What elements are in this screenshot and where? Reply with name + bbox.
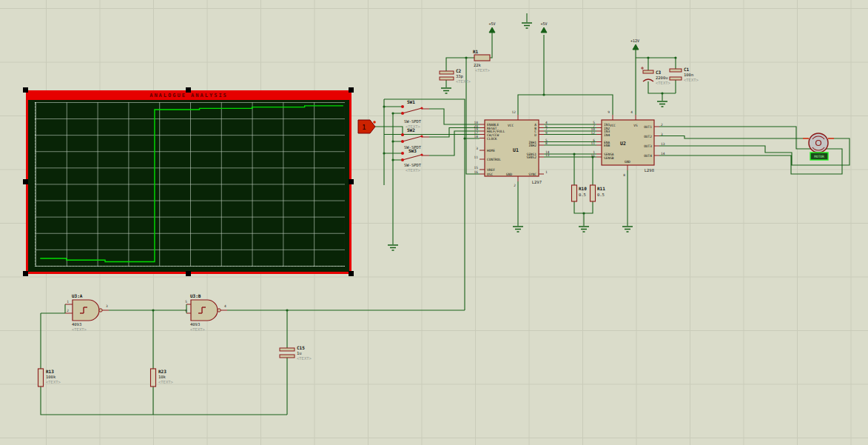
u1-num-11: 11 (474, 155, 479, 159)
u1-num-18: 18 (474, 135, 479, 138)
power-5v-a[interactable]: +5V (488, 21, 495, 33)
analysis-trace (40, 106, 343, 262)
u2-num-4: 4 (630, 110, 633, 114)
u1-num-2: 2 (514, 184, 516, 187)
c3-value: 2200u (656, 76, 668, 80)
u3b-num-5: 5 (185, 300, 187, 304)
ground-icon (622, 227, 633, 232)
ground-icon (513, 227, 523, 232)
u1-pin-osc: OSC (487, 173, 493, 176)
wire-switch-net[interactable] (373, 99, 480, 310)
component-u3a[interactable]: U3:A 4093 <TEXT> 1 2 3 (65, 293, 109, 332)
component-sw1[interactable]: SW1 SW-SPDT <TEXT> (401, 99, 429, 129)
sw3-ref: SW3 (408, 148, 417, 153)
c3-ref: C3 (656, 70, 662, 75)
sw3-text: <TEXT> (406, 168, 421, 173)
terminal-1[interactable]: 1 (358, 120, 376, 133)
power-arrows[interactable]: +5V +5V +12V (488, 21, 639, 50)
schematic-canvas[interactable]: +5V +5V +12V 1 R1 22k <TEXT> (0, 0, 868, 445)
r23-value: 10k (158, 375, 166, 379)
u2-pin-vs: VS (633, 124, 638, 127)
c3-text: <TEXT> (656, 81, 671, 85)
component-motor[interactable]: MOTOR (803, 133, 834, 160)
wire-oscillator-net[interactable] (41, 304, 465, 415)
u1-pin-gnd: GND (506, 173, 512, 176)
c2-value: 33p (456, 74, 463, 79)
u1-num-16: 16 (474, 170, 479, 174)
u2-num-9: 9 (608, 110, 610, 114)
trace-svg (36, 102, 345, 266)
u1-pin-clock: CLOCK (487, 137, 497, 141)
u2-pin-out1: OUT1 (644, 125, 652, 129)
wire-vcc-rail[interactable] (518, 35, 613, 115)
power-12v[interactable]: +12V (630, 39, 639, 50)
component-r10[interactable]: R10 0.5 (572, 185, 588, 201)
u2-num-15: 15 (591, 154, 596, 158)
selection-handle-s[interactable] (186, 271, 191, 276)
component-u3b[interactable]: U3:B 4093 <TEXT> 5 6 4 (185, 293, 227, 332)
ground-icon (441, 88, 451, 93)
u1-num-12: 12 (512, 110, 517, 114)
c2-ref: C2 (456, 68, 462, 73)
c15-ref: C15 (297, 345, 305, 350)
component-sw3[interactable]: SW3 SW-SPDT <TEXT> (401, 148, 429, 173)
u1-pin-sens2: SENS2 (526, 155, 536, 159)
selection-handle-nw[interactable] (23, 87, 28, 93)
component-c3[interactable]: C3 2200u <TEXT> (641, 67, 671, 85)
u1-num-8: 8 (545, 141, 548, 145)
u2-num-13: 13 (661, 142, 665, 146)
r11-ref: R11 (597, 186, 605, 191)
component-r11[interactable]: R11 0.5 (591, 185, 606, 201)
u1-num-9: 9 (545, 131, 548, 135)
u1-pin-vcc: VCC (508, 124, 514, 127)
u3b-text: <TEXT> (190, 327, 206, 332)
u2-num-8: 8 (623, 173, 625, 177)
selection-handle-sw[interactable] (23, 271, 28, 276)
component-c15[interactable]: C15 1u <TEXT> (280, 345, 312, 361)
u1-pin-inh2: INH2 (528, 144, 536, 147)
component-r23[interactable]: R23 10k <TEXT> (151, 369, 174, 387)
selection-handle-e[interactable] (349, 179, 354, 184)
u2-pin-out2: OUT2 (644, 135, 652, 138)
wire-u1-u2-bus[interactable] (544, 124, 596, 157)
u1-num-1: 1 (545, 170, 548, 174)
u2-pin-out4: OUT4 (644, 154, 652, 158)
power-5v-b-label: +5V (540, 21, 547, 26)
sw3-type: SW-SPDT (404, 163, 422, 167)
u1-pin-home: HOME (487, 149, 495, 153)
ground-icon (657, 101, 667, 107)
ground-icon (522, 23, 532, 28)
u2-ref: U2 (620, 141, 626, 147)
c1-ref: C1 (684, 67, 690, 72)
u3b-num-4: 4 (224, 304, 226, 308)
power-5v-b[interactable]: +5V (540, 21, 547, 33)
selection-handle-w[interactable] (23, 179, 28, 184)
sw1-type: SW-SPDT (404, 119, 422, 124)
u2-pin-vcc: VCC (610, 124, 616, 127)
power-12v-label: +12V (630, 39, 639, 43)
analogue-analysis-graph[interactable]: ANALOGUE ANALYSIS (26, 90, 351, 274)
u2-num-12: 12 (591, 131, 596, 135)
u1-pin-vref: VREF (487, 168, 495, 172)
u1-pin-d: D (534, 133, 536, 137)
u2-pin-enb: ENB (604, 144, 610, 147)
component-r1[interactable]: R1 22k <TEXT> (473, 49, 491, 73)
u3a-text: <TEXT> (72, 327, 87, 332)
u3a-part: 4093 (72, 322, 81, 327)
component-sw2[interactable]: SW2 SW-SPDT (401, 127, 429, 150)
component-u2[interactable]: IN1 IN2 IN3 IN4 ENA ENB SENSA SENSB 5 7 … (591, 110, 665, 177)
r23-ref: R23 (158, 369, 166, 374)
u2-pin-in4: IN4 (604, 133, 610, 137)
component-u1[interactable]: ENABLE RESET HALF/FULL CW/CCW CLOCK HOME… (474, 110, 550, 187)
u3a-num-3: 3 (106, 304, 108, 308)
selection-handle-ne[interactable] (349, 87, 354, 93)
c15-text: <TEXT> (297, 356, 312, 361)
u2-num-2: 2 (661, 123, 663, 127)
component-c1[interactable]: C1 100n <TEXT> (670, 67, 699, 82)
c1-text: <TEXT> (684, 78, 699, 82)
selection-handle-se[interactable] (349, 271, 354, 276)
graph-plot-area (35, 102, 345, 267)
u3a-num-2: 2 (67, 309, 69, 312)
selection-handle-n[interactable] (186, 87, 191, 93)
component-r13[interactable]: R13 100k <TEXT> (38, 369, 61, 387)
